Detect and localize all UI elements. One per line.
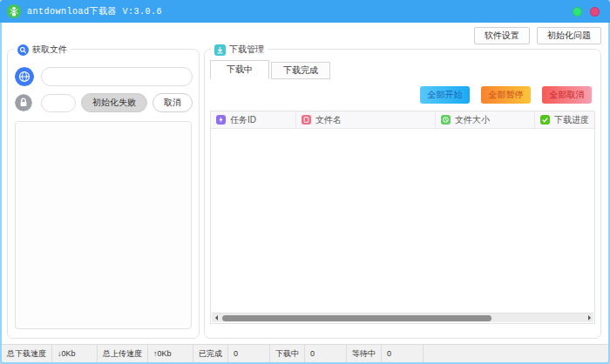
file-list [15,121,192,329]
download-manager-title: 下载管理 [229,44,264,56]
tab-completed[interactable]: 下载完成 [271,62,330,79]
init-issue-button[interactable]: 初始化问题 [537,27,601,44]
url-row [15,67,193,86]
progress-check-icon [540,115,550,125]
status-total-upload-value: ↑0Kb [148,345,193,362]
download-table: 任务ID 文件名 [210,111,595,324]
filename-icon [302,115,311,125]
column-filename-label: 文件名 [315,114,342,126]
code-input[interactable] [41,94,76,112]
status-bar: 总下载速度 ↓0Kb 总上传速度 ↑0Kb 已完成 0 下载中 0 等待中 0 [2,344,608,362]
scrollbar-thumb[interactable] [222,315,491,321]
get-file-legend: 获取文件 [14,44,71,56]
column-progress-label: 下载进度 [554,114,589,126]
status-waiting-label: 等待中 [347,345,382,362]
column-filesize: 文件大小 [436,111,535,128]
globe-icon [15,67,34,86]
table-header: 任务ID 文件名 [211,111,594,129]
search-icon [17,44,29,56]
tab-downloading[interactable]: 下载中 [210,60,269,79]
app-window: antdownload下载器 V:3.0.6 软件设置 初始化问题 获取文件 [0,0,610,364]
download-manager-legend: 下载管理 [211,44,268,56]
scroll-right-arrow-icon[interactable] [585,313,593,323]
download-tabs: 下载中 下载完成 [210,60,330,79]
task-id-icon [216,115,226,125]
url-input[interactable] [41,67,193,86]
window-body: 软件设置 初始化问题 获取文件 [2,23,608,362]
code-row: 初始化失败 取消 [15,93,193,112]
horizontal-scrollbar[interactable] [212,313,593,322]
download-manager-icon [214,44,226,56]
start-all-button[interactable]: 全部开始 [420,86,470,104]
status-total-download-label: 总下载速度 [2,345,52,362]
pause-all-button[interactable]: 全部暂停 [481,86,531,104]
column-filesize-label: 文件大小 [455,114,490,126]
minimize-button[interactable] [573,7,582,17]
status-downloading-value: 0 [305,345,347,362]
close-button[interactable] [590,7,600,17]
app-logo-ant-icon [7,4,21,18]
software-settings-button[interactable]: 软件设置 [474,27,530,44]
cancel-all-button[interactable]: 全部取消 [542,86,592,104]
toolbar: 软件设置 初始化问题 [474,27,601,44]
status-total-upload-label: 总上传速度 [98,345,148,362]
status-downloading-label: 下载中 [270,345,305,362]
column-progress: 下载进度 [535,111,594,128]
scroll-left-arrow-icon[interactable] [212,313,220,323]
column-task-id-label: 任务ID [230,114,256,126]
window-controls [573,7,603,17]
status-completed-label: 已完成 [193,345,228,362]
lock-icon [15,94,32,111]
cancel-button[interactable]: 取消 [152,93,193,112]
column-task-id: 任务ID [211,111,296,128]
scrollbar-track[interactable] [220,313,585,323]
batch-actions: 全部开始 全部暂停 全部取消 [420,86,592,104]
filesize-icon [441,115,451,125]
titlebar[interactable]: antdownload下载器 V:3.0.6 [0,0,610,23]
get-file-title: 获取文件 [32,44,67,56]
init-status-button[interactable]: 初始化失败 [81,93,147,112]
download-manager-panel: 下载管理 下载中 下载完成 全部开始 全部暂停 全部取消 [204,49,601,339]
table-body-empty [211,129,594,313]
status-total-download-value: ↓0Kb [52,345,98,362]
column-filename: 文件名 [296,111,436,128]
window-title: antdownload下载器 V:3.0.6 [27,5,162,17]
status-waiting-value: 0 [382,345,424,362]
status-filler [424,345,608,362]
get-file-panel: 获取文件 初始化失败 取消 [7,49,200,339]
status-completed-value: 0 [228,345,270,362]
